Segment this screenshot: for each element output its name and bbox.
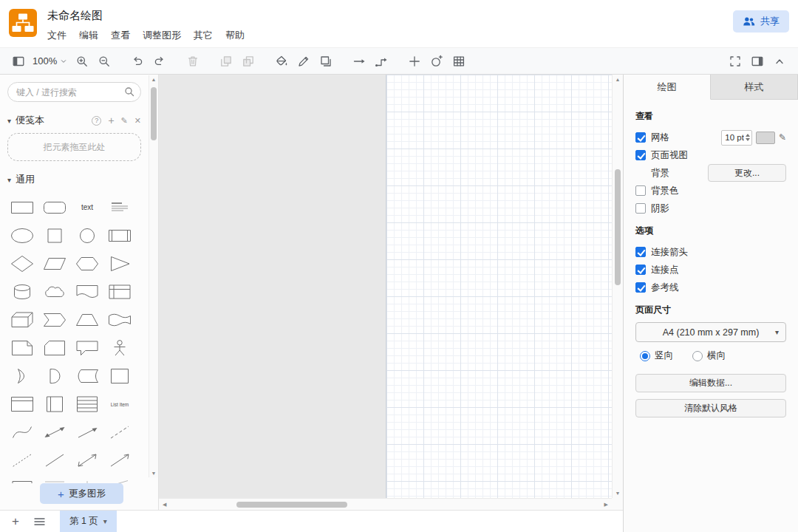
- shape-textbox[interactable]: [105, 197, 134, 219]
- scroll-down-arrow[interactable]: ▼: [151, 471, 157, 476]
- shape-dotted-line[interactable]: [7, 449, 37, 471]
- menu-查看[interactable]: 查看: [111, 29, 130, 42]
- shape-bidirectional-connector[interactable]: [72, 449, 102, 471]
- document-title[interactable]: 未命名绘图: [47, 9, 245, 23]
- page-size-select[interactable]: A4 (210 mm x 297 mm) ▾: [635, 322, 786, 342]
- shape-circle[interactable]: [72, 225, 102, 247]
- fullscreen-button[interactable]: [724, 51, 746, 72]
- toggle-shapes-panel-button[interactable]: [7, 51, 30, 72]
- grid-checkbox[interactable]: [635, 132, 646, 143]
- shape-link[interactable]: [7, 477, 37, 483]
- shape-tape[interactable]: [105, 309, 134, 331]
- scratchpad-edit-icon[interactable]: ✎: [121, 117, 128, 125]
- shape-cloud[interactable]: [40, 281, 69, 303]
- edit-color-icon[interactable]: ✎: [779, 132, 786, 143]
- shape-vertical-line[interactable]: [72, 477, 102, 483]
- canvas-vscroll-thumb[interactable]: [615, 169, 621, 285]
- canvas-vertical-scrollbar[interactable]: ▲ ▼: [612, 75, 623, 498]
- share-button[interactable]: 共享: [733, 10, 789, 33]
- shape-text[interactable]: text: [72, 197, 102, 219]
- zoom-out-button[interactable]: [93, 51, 115, 72]
- shape-cube[interactable]: [7, 309, 37, 331]
- portrait-radio[interactable]: 竖向: [640, 349, 673, 362]
- sidebar-scrollbar-thumb[interactable]: [151, 87, 157, 140]
- page-tab[interactable]: 第 1 页 ▾: [60, 511, 117, 532]
- background-color-checkbox[interactable]: [635, 185, 646, 196]
- shadow-button[interactable]: [315, 51, 337, 72]
- shape-data-storage[interactable]: [72, 365, 102, 387]
- menu-文件[interactable]: 文件: [47, 29, 66, 42]
- option-checkbox-连接点[interactable]: [635, 265, 646, 275]
- edit-data-button[interactable]: 编辑数据...: [635, 374, 786, 392]
- canvas-area[interactable]: ▲ ▼ ◀ ▶: [159, 75, 623, 510]
- shape-dashed-line[interactable]: [105, 421, 134, 443]
- shape-rounded-rectangle[interactable]: [40, 197, 69, 219]
- shape-line[interactable]: [40, 449, 69, 471]
- page-view-checkbox[interactable]: [635, 150, 646, 160]
- grid-size-input[interactable]: [721, 130, 752, 146]
- shape-trapezoid[interactable]: [72, 309, 102, 331]
- shape-step[interactable]: [40, 309, 69, 331]
- redo-button[interactable]: [149, 51, 171, 72]
- fill-color-button[interactable]: [270, 51, 293, 72]
- menu-调整图形[interactable]: 调整图形: [143, 29, 181, 42]
- shape-triangle[interactable]: [105, 253, 134, 275]
- shape-and[interactable]: [40, 365, 69, 387]
- canvas-horizontal-scrollbar[interactable]: ◀ ▶: [159, 498, 612, 510]
- insert-table-button[interactable]: [448, 51, 470, 72]
- canvas-hscroll-thumb[interactable]: [236, 502, 347, 508]
- grid-size-field[interactable]: [722, 133, 746, 142]
- shape-card[interactable]: [40, 337, 69, 359]
- scratchpad-close-icon[interactable]: ✕: [134, 117, 141, 125]
- menu-编辑[interactable]: 编辑: [79, 29, 98, 42]
- shape-list-item[interactable]: List Item: [105, 393, 134, 415]
- sidebar-scrollbar[interactable]: ▲ ▼: [149, 75, 158, 477]
- scroll-up-arrow[interactable]: ▲: [151, 77, 157, 82]
- shape-list[interactable]: [72, 393, 102, 415]
- shape-internal-storage[interactable]: [105, 281, 134, 303]
- collapse-button[interactable]: [768, 51, 791, 72]
- line-color-button[interactable]: [293, 51, 315, 72]
- grid-color-swatch[interactable]: [756, 132, 775, 144]
- shape-diagonal-line[interactable]: [105, 477, 134, 483]
- stepper-up-icon[interactable]: [746, 134, 750, 137]
- menu-其它[interactable]: 其它: [194, 29, 213, 42]
- undo-button[interactable]: [126, 51, 149, 72]
- zoom-in-button[interactable]: [71, 51, 93, 72]
- scroll-up-arrow[interactable]: ▲: [615, 77, 621, 82]
- shape-document[interactable]: [72, 281, 102, 303]
- drawing-page[interactable]: [386, 75, 612, 498]
- scratchpad-add-icon[interactable]: +: [108, 115, 114, 126]
- option-checkbox-参考线[interactable]: [635, 282, 646, 293]
- scroll-down-arrow[interactable]: ▼: [615, 491, 621, 496]
- tab-diagram[interactable]: 绘图: [624, 75, 711, 100]
- shape-or[interactable]: [7, 365, 37, 387]
- menu-帮助[interactable]: 帮助: [225, 29, 245, 42]
- shape-parallelogram[interactable]: [40, 253, 69, 275]
- stepper-down-icon[interactable]: [746, 138, 750, 141]
- shadow-checkbox[interactable]: [635, 203, 646, 214]
- shape-directional-connector[interactable]: [105, 449, 134, 471]
- shape-container[interactable]: [105, 365, 134, 387]
- pages-menu-button[interactable]: [34, 517, 45, 526]
- grid-size-stepper[interactable]: [746, 134, 750, 141]
- shape-curve[interactable]: [7, 421, 37, 443]
- shape-window[interactable]: [7, 393, 37, 415]
- format-panel-button[interactable]: [746, 51, 768, 72]
- shape-horizontal-line[interactable]: [40, 477, 69, 483]
- shape-arrow[interactable]: [72, 421, 102, 443]
- scroll-left-arrow[interactable]: ◀: [163, 502, 166, 507]
- shape-bidirectional-arrow[interactable]: [40, 421, 69, 443]
- zoom-dropdown[interactable]: 100%: [30, 51, 71, 72]
- scratchpad-section-header[interactable]: ▾ 便笺本 ? + ✎ ✕: [7, 111, 141, 130]
- add-page-button[interactable]: +: [12, 515, 19, 528]
- shape-ellipse[interactable]: [7, 225, 37, 247]
- shape-callout[interactable]: [72, 337, 102, 359]
- more-shapes-button[interactable]: + 更多图形: [40, 483, 123, 504]
- tab-style[interactable]: 样式: [711, 75, 798, 99]
- shape-note[interactable]: [7, 337, 37, 359]
- clear-default-style-button[interactable]: 清除默认风格: [635, 399, 786, 417]
- insert-shape-button[interactable]: [426, 51, 448, 72]
- change-background-button[interactable]: 更改...: [708, 164, 786, 182]
- connection-button[interactable]: [348, 51, 370, 72]
